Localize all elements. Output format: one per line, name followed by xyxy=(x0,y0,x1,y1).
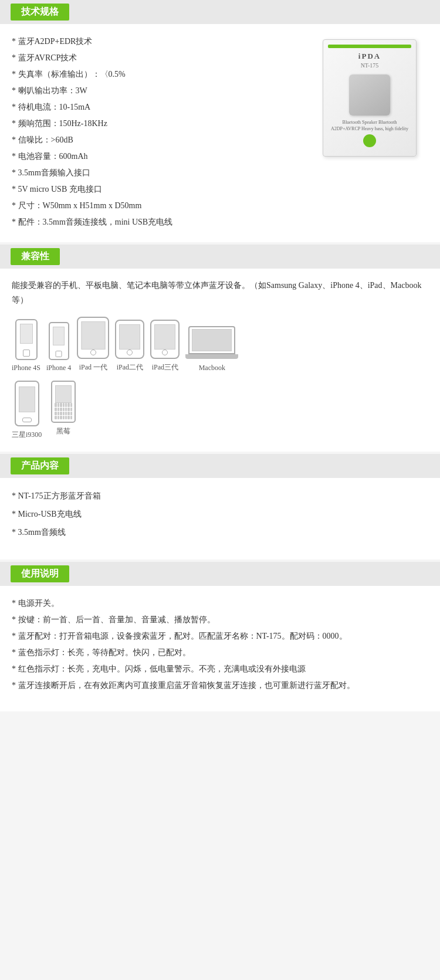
bb-key xyxy=(55,408,56,411)
device-samsung: 三星i9300 xyxy=(12,381,42,440)
contents-title: 产品内容 xyxy=(11,457,69,474)
compat-devices-row2: 三星i9300 xyxy=(12,381,428,440)
bb-key xyxy=(57,403,59,406)
spec-item: * 蓝牙AVRCP技术 xyxy=(12,50,299,66)
specs-text: * 蓝牙A2DP+EDR技术 * 蓝牙AVRCP技术 * 失真率（标准输出）：〈… xyxy=(12,33,299,230)
product-image: iPDA NT-175 Bluetooth Speaker Bluetooth … xyxy=(311,33,428,230)
compat-title: 兼容性 xyxy=(11,248,60,265)
device-blackberry: 黑莓 xyxy=(51,381,76,440)
blackberry-keys xyxy=(55,403,72,419)
bb-key xyxy=(65,408,67,411)
instructions-title: 使用说明 xyxy=(11,565,69,582)
macbook-label: Macbook xyxy=(199,364,225,372)
bb-key xyxy=(60,416,62,419)
spec-item: * 待机电流：10-15mA xyxy=(12,99,299,116)
compat-devices-row1: iPhone 4S iPhone 4 iPad 一代 iPad二代 iPad三代 xyxy=(12,317,428,372)
instructions-body: * 电源开关。 * 按键：前一首、后一首、音量加、音量减、播放暂停。 * 蓝牙配… xyxy=(0,586,440,711)
macbook-icon xyxy=(185,326,238,360)
iphone4-label: iPhone 4 xyxy=(46,364,71,372)
product-model: NT-175 xyxy=(361,62,379,69)
macbook-base xyxy=(185,354,238,359)
bb-key xyxy=(57,408,59,411)
bb-key xyxy=(70,408,72,411)
iphone4s-label: iPhone 4S xyxy=(12,364,40,372)
contents-section: 产品内容 * NT-175正方形蓝牙音箱 * Micro-USB充电线 * 3.… xyxy=(0,454,440,559)
product-box-top-bar xyxy=(328,45,411,48)
instructions-section: 使用说明 * 电源开关。 * 按键：前一首、后一首、音量加、音量减、播放暂停。 … xyxy=(0,562,440,711)
specs-section: 技术规格 * 蓝牙A2DP+EDR技术 * 蓝牙AVRCP技术 * 失真率（标准… xyxy=(0,0,440,242)
specs-header: 技术规格 xyxy=(0,0,440,24)
bb-key xyxy=(60,403,62,406)
product-brand: iPDA xyxy=(358,52,381,61)
macbook-screen-inner xyxy=(192,329,232,351)
bb-key xyxy=(60,412,62,415)
product-desc: Bluetooth Speaker Bluetooth A2DP+AVRCP H… xyxy=(328,119,411,132)
instruction-item: * 蓝牙配对：打开音箱电源，设备搜索蓝牙，配对。匹配蓝牙名称：NT-175。配对… xyxy=(12,628,428,645)
bb-key xyxy=(63,408,65,411)
iphone4-icon xyxy=(49,322,69,360)
ipad3-icon xyxy=(150,320,180,359)
spec-item: * 失真率（标准输出）：〈0.5% xyxy=(12,66,299,83)
spec-item: * 喇叭输出功率：3W xyxy=(12,83,299,99)
content-item: * Micro-USB充电线 xyxy=(12,506,428,524)
specs-body: * 蓝牙A2DP+EDR技术 * 蓝牙AVRCP技术 * 失真率（标准输出）：〈… xyxy=(0,24,440,242)
instructions-header: 使用说明 xyxy=(0,562,440,586)
bb-key xyxy=(63,403,65,406)
bb-key xyxy=(57,416,59,419)
ipad1-label: iPad 一代 xyxy=(79,362,107,372)
contents-body: * NT-175正方形蓝牙音箱 * Micro-USB充电线 * 3.5mm音频… xyxy=(0,478,440,559)
bb-key xyxy=(65,412,67,415)
bb-key xyxy=(70,412,72,415)
spec-item: * 信噪比：>60dB xyxy=(12,132,299,148)
product-box: iPDA NT-175 Bluetooth Speaker Bluetooth … xyxy=(323,39,417,157)
bb-key xyxy=(63,412,65,415)
samsung-label: 三星i9300 xyxy=(12,430,42,440)
content-item: * NT-175正方形蓝牙音箱 xyxy=(12,487,428,506)
spec-item: * 频响范围：150Hz-18KHz xyxy=(12,116,299,132)
device-iphone4: iPhone 4 xyxy=(46,322,71,372)
bb-key xyxy=(55,412,56,415)
bb-key xyxy=(70,416,72,419)
ipad1-icon xyxy=(77,317,109,359)
spec-item: * 蓝牙A2DP+EDR技术 xyxy=(12,33,299,50)
contents-header: 产品内容 xyxy=(0,454,440,478)
product-box-icon xyxy=(363,134,376,147)
compat-header: 兼容性 xyxy=(0,245,440,269)
device-ipad1: iPad 一代 xyxy=(77,317,109,372)
specs-title: 技术规格 xyxy=(11,4,69,21)
samsung-icon xyxy=(15,381,39,426)
spec-item: * 尺寸：W50mm x H51mm x D50mm xyxy=(12,198,299,214)
bb-key xyxy=(65,403,67,406)
bb-key xyxy=(67,408,69,411)
bb-key xyxy=(70,403,72,406)
blackberry-icon xyxy=(51,381,76,423)
spec-item: * 配件：3.5mm音频连接线，mini USB充电线 xyxy=(12,214,299,230)
product-device-img xyxy=(349,74,390,116)
blackberry-label: 黑莓 xyxy=(56,426,70,436)
device-ipad2: iPad二代 xyxy=(115,320,144,372)
instruction-item: * 按键：前一首、后一首、音量加、音量减、播放暂停。 xyxy=(12,612,428,628)
spec-item: * 3.5mm音频输入接口 xyxy=(12,165,299,181)
instruction-item: * 电源开关。 xyxy=(12,595,428,612)
ipad3-label: iPad三代 xyxy=(152,362,178,372)
spec-item: * 5V micro USB 充电接口 xyxy=(12,181,299,198)
ipad2-icon xyxy=(115,320,144,359)
device-macbook: Macbook xyxy=(185,326,238,372)
device-iphone4s: iPhone 4S xyxy=(12,319,40,372)
spec-item: * 电池容量：600mAh xyxy=(12,148,299,165)
bb-key xyxy=(63,416,65,419)
instruction-item: * 蓝色指示灯：长亮，等待配对。快闪，已配对。 xyxy=(12,645,428,661)
bb-key xyxy=(67,416,69,419)
instruction-item: * 蓝牙连接断开后，在有效距离内可直接重启蓝牙音箱恢复蓝牙连接，也可重新进行蓝牙… xyxy=(12,677,428,694)
bb-key xyxy=(67,412,69,415)
compat-body: 能接受兼容的手机、平板电脑、笔记本电脑等带立体声蓝牙设备。（如Samsung G… xyxy=(0,269,440,452)
content-item: * 3.5mm音频线 xyxy=(12,524,428,542)
instruction-item: * 红色指示灯：长亮，充电中。闪烁，低电量警示。不亮，充满电或没有外接电源 xyxy=(12,661,428,677)
bb-key xyxy=(60,408,62,411)
bb-key xyxy=(65,416,67,419)
bb-key xyxy=(57,412,59,415)
bb-key xyxy=(55,403,56,406)
bb-key xyxy=(67,403,69,406)
compat-description: 能接受兼容的手机、平板电脑、笔记本电脑等带立体声蓝牙设备。（如Samsung G… xyxy=(12,278,428,307)
device-ipad3: iPad三代 xyxy=(150,320,180,372)
